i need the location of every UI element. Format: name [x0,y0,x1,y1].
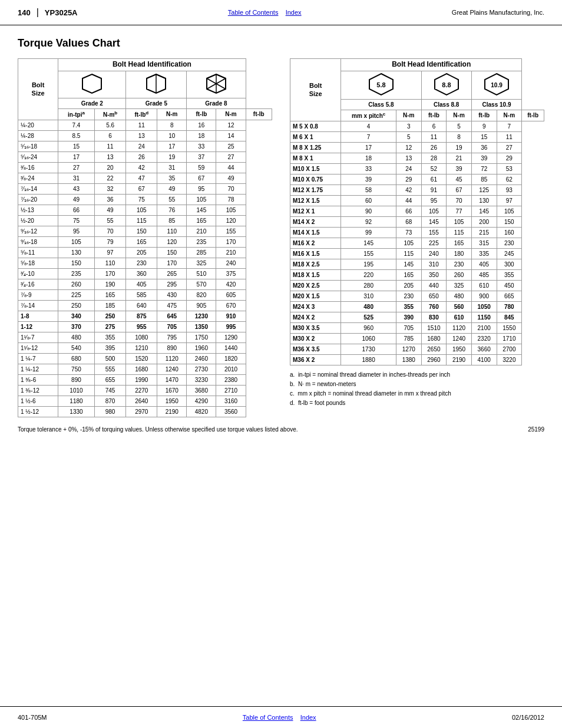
right-cell: 760 [421,301,447,312]
col-nm-g2: N-mb [94,108,126,120]
left-cell: 165 [94,289,126,300]
tables-wrapper: BoltSize Bolt Head Identification [18,58,544,417]
right-table-row: M18 X 2.5195145310230405300 [290,259,544,269]
left-cell: ½-20 [18,215,58,226]
footer-date: 02/16/2012 [512,714,544,721]
left-cell: 395 [94,342,126,353]
right-cell: 12 [396,142,421,153]
header-index-link[interactable]: Index [286,9,302,16]
right-cell: M10 X 0.75 [290,174,341,185]
left-cell: 8.5 [58,130,95,141]
grade5-label: Grade 5 [126,98,187,108]
left-cell: ³⁄₈-24 [18,173,58,183]
right-cell: 72 [471,163,497,174]
right-cell: 230 [447,259,472,269]
left-cell: ⁵⁄₁₆-24 [18,151,58,162]
right-cell: 105 [497,206,522,216]
header-toc-link[interactable]: Table of Contents [228,9,279,16]
right-bolt-head-id: Bolt Head Identification [341,59,522,71]
right-table-body: M 5 X 0.8436597M 6 X 1751181511M 8 X 1.2… [290,121,544,365]
right-table-row: M16 X 2145105225165315230 [290,238,544,248]
left-cell: 295 [157,279,187,289]
right-cell: 665 [497,291,522,301]
left-cell: 275 [94,321,126,332]
right-cell: 160 [497,227,522,238]
left-table-row: 1 ³⁄₈-1210107452270167036802710 [18,385,272,396]
footer-center: Table of Contents Index [243,714,316,721]
right-cell: 39 [447,163,472,174]
right-cell: 1240 [447,333,472,344]
svg-text:10.9: 10.9 [491,82,503,88]
footer-toc-link[interactable]: Table of Contents [243,714,293,721]
right-cell: 77 [447,206,472,216]
left-cell: ⁵⁄₈-11 [18,247,58,258]
page-container: 140 | YP3025A Table of Contents Index Gr… [0,0,562,728]
right-cell: 29 [396,174,421,185]
right-cell: 900 [471,291,497,301]
left-cell: 67 [187,173,216,183]
right-cell: 405 [471,259,497,269]
left-cell: 120 [216,215,246,226]
doc-number: 25199 [528,426,544,433]
right-cell: 310 [421,259,447,269]
left-cell: 750 [58,364,95,374]
left-cell: 375 [216,268,246,279]
right-cell: 830 [421,312,447,322]
left-table-body: ¼-207.45.61181612¼-288.5613101814⁵⁄₁₆-18… [18,120,272,417]
left-cell: 43 [58,183,95,194]
right-cell: M 6 X 1 [290,131,341,142]
left-cell: 355 [94,332,126,342]
left-cell: 18 [187,130,216,141]
left-cell: 16 [187,120,216,130]
left-cell: 820 [187,289,216,300]
left-cell: 47 [126,173,157,183]
left-cell: 910 [216,311,246,321]
left-cell: 2710 [216,385,246,396]
right-table-row: M 6 X 1751181511 [290,131,544,142]
footer-index-link[interactable]: Index [300,714,316,721]
left-cell: ⁷⁄₁₆-14 [18,183,58,194]
left-cell: 5.6 [94,120,126,130]
right-cell: 67 [447,185,472,195]
left-table-row: ½-13664910576145105 [18,205,272,215]
left-cell: 17 [157,141,187,151]
left-table-row: ⁵⁄₈-1113097205150285210 [18,247,272,258]
left-table-row: 1¹⁄₈-12540395121089019601440 [18,342,272,353]
class109-icon: 10.9 [484,73,510,96]
left-cell: 1¹⁄₈-7 [18,332,58,342]
svg-marker-0 [82,74,101,93]
grade2-icon [81,73,103,95]
left-cell: ⁷⁄₈-9 [18,289,58,300]
left-cell: 70 [94,226,126,236]
left-bolt-head-id: Bolt Head Identification [58,59,246,71]
left-cell: ⁹⁄₁₆-18 [18,236,58,247]
left-cell: 890 [157,342,187,353]
right-cell: 1060 [341,333,396,344]
right-cell: 240 [421,248,447,259]
left-table-row: 1-123702759557051350995 [18,321,272,332]
left-cell: 27 [216,151,246,162]
right-cell: 390 [396,312,421,322]
right-cell: 28 [421,153,447,163]
left-cell: 2010 [216,364,246,374]
right-cell: 780 [497,301,522,312]
right-cell: 230 [497,238,522,248]
header-center: Table of Contents Index [228,9,302,16]
page-number: 140 [18,8,31,17]
left-cell: 20 [94,162,126,173]
col-intpi: in-tpia [58,108,95,120]
left-cell: 2970 [126,406,157,417]
left-table-row: ³⁄₄-16260190405295570420 [18,279,272,289]
left-table-row: ¼-207.45.61181612 [18,120,272,130]
left-cell: 55 [157,194,187,205]
left-cell: 1670 [157,385,187,396]
left-cell: 875 [126,311,157,321]
left-cell: 15 [58,141,95,151]
svg-text:5.8: 5.8 [376,81,385,88]
left-cell: 980 [94,406,126,417]
left-table-row: ⁵⁄₁₆-24171326193727 [18,151,272,162]
right-cell: 325 [447,280,472,291]
right-cell: 92 [341,216,396,227]
right-cell: 2320 [471,333,497,344]
right-cell: 260 [447,269,472,280]
